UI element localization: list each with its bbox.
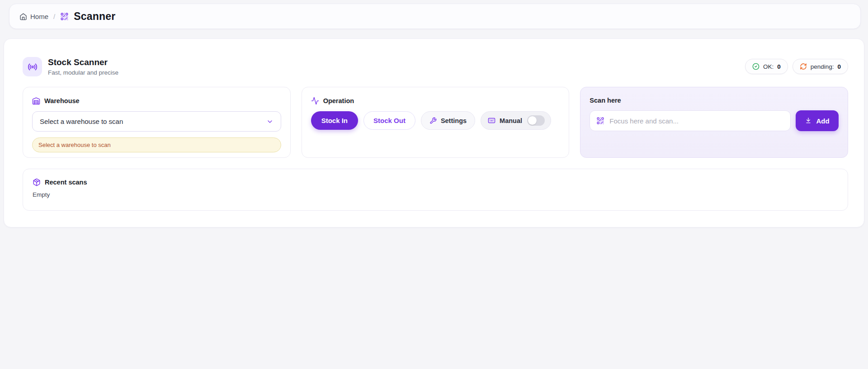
package-icon <box>33 178 41 186</box>
operation-controls: Stock In Stock Out Settings Manual <box>311 111 560 130</box>
breadcrumb-separator: / <box>53 13 55 20</box>
pending-label: pending: <box>811 63 834 70</box>
ok-count: 0 <box>777 63 781 70</box>
toggle-knob <box>528 116 537 125</box>
stock-out-button[interactable]: Stock Out <box>363 111 415 130</box>
manual-label: Manual <box>500 117 522 124</box>
scan-card: Scan here Add <box>580 87 848 158</box>
recent-scans-label: Recent scans <box>45 179 87 186</box>
qr-code-icon <box>60 12 69 21</box>
app-subtitle: Fast, modular and precise <box>48 69 118 76</box>
download-icon <box>805 117 812 124</box>
recent-scans-empty: Empty <box>33 191 838 198</box>
scanner-panel: Stock Scanner Fast, modular and precise … <box>4 38 864 227</box>
breadcrumb-bar: Home / Scanner <box>9 4 861 29</box>
recent-scans-header: Recent scans <box>33 178 838 186</box>
radio-icon <box>23 57 42 76</box>
warehouse-select[interactable]: Select a warehouse to scan <box>32 111 281 132</box>
pending-status-badge: pending: 0 <box>793 59 848 74</box>
settings-label: Settings <box>441 117 467 124</box>
scan-input-wrapper <box>590 110 791 131</box>
app-identity: Stock Scanner Fast, modular and precise <box>23 57 118 76</box>
operation-card-header: Operation <box>311 97 560 105</box>
operation-card: Operation Stock In Stock Out Settings Ma… <box>302 87 570 158</box>
cards-row: Warehouse Select a warehouse to scan Sel… <box>23 87 848 158</box>
home-icon <box>19 13 27 20</box>
ok-status-badge: OK: 0 <box>745 59 788 74</box>
wrench-icon <box>429 117 437 124</box>
scanner-header: Stock Scanner Fast, modular and precise … <box>23 57 848 76</box>
add-button-label: Add <box>816 117 829 125</box>
scan-controls: Add <box>590 110 839 131</box>
refresh-icon <box>800 63 807 70</box>
status-badges: OK: 0 pending: 0 <box>745 59 848 74</box>
app-title-block: Stock Scanner Fast, modular and precise <box>48 57 118 76</box>
manual-toggle[interactable] <box>527 115 545 126</box>
activity-icon <box>311 97 319 105</box>
qr-code-icon <box>596 117 604 125</box>
warehouse-icon <box>32 97 40 105</box>
warehouse-card-label: Warehouse <box>44 97 80 104</box>
scan-input[interactable] <box>609 117 784 125</box>
stock-in-button[interactable]: Stock In <box>311 111 358 130</box>
warehouse-card: Warehouse Select a warehouse to scan Sel… <box>23 87 291 158</box>
check-circle-icon <box>752 63 760 70</box>
warehouse-select-value: Select a warehouse to scan <box>40 118 123 125</box>
recent-scans-card: Recent scans Empty <box>23 169 848 211</box>
breadcrumb-home[interactable]: Home <box>19 13 48 20</box>
warehouse-warning: Select a warehouse to scan <box>32 137 281 152</box>
scan-card-header: Scan here <box>590 97 839 104</box>
settings-button[interactable]: Settings <box>421 111 475 130</box>
manual-mode-control[interactable]: Manual <box>481 111 551 130</box>
chevron-down-icon <box>266 118 274 125</box>
keyboard-icon <box>488 117 495 124</box>
scan-card-label: Scan here <box>590 97 621 104</box>
breadcrumb-current: Scanner <box>60 10 115 23</box>
operation-card-label: Operation <box>323 97 354 104</box>
app-title: Stock Scanner <box>48 57 118 67</box>
warehouse-card-header: Warehouse <box>32 97 281 105</box>
ok-label: OK: <box>763 63 774 70</box>
breadcrumb-home-label: Home <box>30 13 48 20</box>
pending-count: 0 <box>837 63 841 70</box>
add-button[interactable]: Add <box>796 110 839 131</box>
page-title: Scanner <box>74 10 115 23</box>
